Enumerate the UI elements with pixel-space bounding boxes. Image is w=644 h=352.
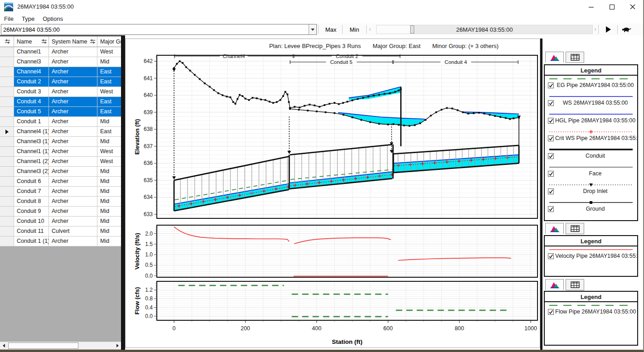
legend-tab-table[interactable] (566, 223, 584, 234)
legend-checkbox[interactable] (548, 171, 554, 177)
row-header-cell[interactable] (0, 187, 14, 197)
table-row[interactable]: Channel3 (1)ArcherMid (0, 137, 121, 147)
table-row[interactable]: Conduit 6ArcherMid (0, 177, 121, 187)
scroll-left-arrow[interactable] (0, 342, 8, 349)
legend-checkbox[interactable] (548, 118, 554, 124)
menu-item-file[interactable]: File (4, 15, 14, 22)
row-header-cell[interactable] (0, 97, 14, 107)
menu-item-options[interactable]: Options (43, 15, 63, 22)
minimize-button[interactable] (581, 0, 601, 14)
row-header-cell[interactable] (0, 57, 14, 67)
legend-checkbox[interactable] (548, 206, 554, 212)
combo-dropdown-button[interactable] (309, 24, 316, 34)
row-header-cell[interactable] (0, 217, 14, 227)
legend-entry: Flow Pipe 26MAY1984 03:55:00 (545, 302, 637, 321)
row-header-cell[interactable] (0, 67, 14, 77)
row-header-cell[interactable] (0, 207, 14, 217)
row-header-cell[interactable] (0, 107, 14, 117)
table-row[interactable]: Channel1 (2)ArcherWest (0, 157, 121, 167)
flow-chart[interactable]: 0.00.40.81.2Flow (cfs)02004006008001000S… (134, 281, 537, 345)
cell-name: Conduit 3 (14, 87, 49, 97)
legend-tab-plot[interactable] (545, 52, 564, 63)
table-row[interactable]: Conduit 2ArcherEast (0, 77, 121, 87)
cell-system: Archer (49, 137, 97, 147)
legend-checkbox[interactable] (548, 253, 554, 259)
time-combo[interactable] (1, 24, 317, 35)
legend-checkbox[interactable] (548, 188, 554, 194)
table-row[interactable]: Channel1 (1)ArcherWest (0, 147, 121, 157)
max-button[interactable]: Max (320, 24, 342, 35)
table-row[interactable]: Channel3 (2)ArcherMid (0, 167, 121, 177)
table-row[interactable]: Channel4ArcherEast (0, 67, 121, 77)
table-row[interactable]: Conduit 4ArcherEast (0, 97, 121, 107)
cell-system: Archer (49, 157, 97, 167)
checkmark-icon (548, 154, 553, 159)
table-row[interactable]: Channel3ArcherMid (0, 57, 121, 67)
table-row[interactable]: Conduit 8ArcherMid (0, 197, 121, 207)
play-button[interactable] (600, 24, 616, 35)
animation-speed-button[interactable] (618, 24, 635, 35)
column-header-Name[interactable]: Name (14, 36, 49, 47)
row-header-cell[interactable] (0, 197, 14, 207)
step-forward-chevron[interactable]: › (594, 25, 596, 33)
turtle-icon (622, 26, 632, 33)
table-row[interactable]: Conduit 7ArcherMid (0, 187, 121, 197)
row-header-cell[interactable] (0, 87, 14, 97)
legend-checkbox[interactable] (548, 135, 554, 141)
menu-item-type[interactable]: Type (22, 15, 34, 22)
min-button[interactable]: Min (343, 24, 366, 35)
step-back-chevron[interactable]: ‹ (369, 25, 371, 33)
cell-group: Mid (97, 177, 121, 187)
row-header-cell[interactable] (0, 117, 14, 127)
table-row[interactable]: Conduit 1ArcherMid (0, 117, 121, 127)
cell-system: Archer (49, 217, 97, 227)
legend-header: Legend (545, 236, 637, 246)
row-header-cell[interactable] (0, 236, 14, 246)
left-splitter[interactable] (121, 35, 125, 352)
legend-tab-table[interactable] (566, 279, 584, 290)
legend-checkbox[interactable] (548, 309, 554, 315)
legend-tab-plot[interactable] (545, 279, 564, 290)
table-row[interactable]: Channel4 (1)ArcherEast (0, 127, 121, 137)
row-header-cell[interactable] (0, 47, 14, 57)
scroll-right-arrow[interactable] (114, 342, 121, 349)
svg-text:641: 641 (144, 75, 153, 82)
row-header-cell[interactable] (0, 177, 14, 187)
profile-charts[interactable]: Channel4Conduit 2Conduit 5Conduit 463363… (126, 39, 540, 347)
legend-checkbox[interactable] (548, 82, 554, 88)
table-row[interactable]: Conduit 11CulvertMid (0, 227, 121, 236)
column-header-row-marker[interactable] (0, 36, 14, 47)
legend-checkbox[interactable] (548, 153, 554, 159)
column-header-Major Gr[interactable]: Major Gr (97, 36, 121, 47)
velocity-chart[interactable]: 0.00.51.01.52.0Velocity (ft/s) (134, 225, 537, 279)
row-header-cell[interactable] (0, 227, 14, 236)
time-slider[interactable]: 26MAY1984 03:55:00 (376, 25, 593, 34)
right-splitter[interactable] (540, 39, 542, 351)
table-row[interactable]: Conduit 1 (1)ArcherMid (0, 236, 121, 246)
close-button[interactable] (622, 0, 643, 14)
table-row[interactable]: Conduit 3ArcherWest (0, 87, 121, 97)
table-row[interactable]: Conduit 5ArcherEast (0, 107, 121, 117)
legend-entry-label: Crit WS Pipe 26MAY1984 03:55:00 (555, 135, 637, 141)
scrollbar-thumb[interactable] (8, 342, 78, 349)
cell-name: Conduit 5 (14, 107, 49, 117)
table-row[interactable]: Conduit 9ArcherMid (0, 207, 121, 217)
legend-checkbox[interactable] (548, 100, 554, 106)
elevation-chart[interactable]: Channel4Conduit 2Conduit 5Conduit 463363… (134, 53, 537, 218)
legend-tab-plot[interactable] (545, 223, 564, 234)
row-header-cell[interactable] (0, 147, 14, 157)
column-header-System Name[interactable]: System Name (49, 36, 97, 47)
cell-name: Conduit 8 (14, 197, 49, 207)
table-row[interactable]: Channel1ArcherWest (0, 47, 121, 57)
legend-entry-label: Velocity Pipe 26MAY1984 03:55:00 (555, 253, 637, 259)
table-row[interactable]: Conduit 10ArcherMid (0, 217, 121, 227)
maximize-button[interactable] (601, 0, 622, 14)
table-horizontal-scrollbar[interactable] (0, 342, 121, 349)
legend-tab-table[interactable] (566, 52, 584, 63)
row-header-cell[interactable] (0, 167, 14, 177)
row-header-cell[interactable] (0, 77, 14, 87)
row-header-cell[interactable] (0, 137, 14, 147)
row-header-cell[interactable] (0, 157, 14, 167)
time-combo-input[interactable] (1, 24, 309, 34)
row-header-cell[interactable] (0, 127, 14, 137)
